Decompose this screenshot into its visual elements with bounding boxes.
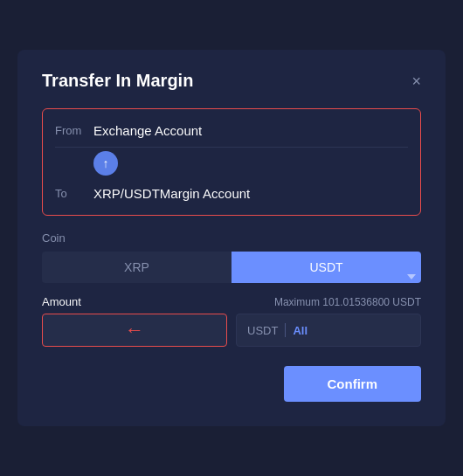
- to-row: To XRP/USDTMargin Account: [55, 179, 408, 206]
- from-account-value: Exchange Account: [93, 123, 202, 138]
- amount-section: Amount Maximum 101.01536800 USDT ← USDT …: [42, 295, 421, 347]
- max-amount-text: Maximum 101.01536800 USDT: [274, 296, 421, 308]
- all-button[interactable]: All: [293, 324, 308, 337]
- coin-label: Coin: [42, 231, 421, 245]
- confirm-button[interactable]: Confirm: [284, 366, 422, 402]
- amount-input-wrap[interactable]: ←: [42, 314, 227, 347]
- coin-tab-xrp[interactable]: XRP: [42, 252, 232, 283]
- amount-inputs: ← USDT All: [42, 314, 421, 347]
- swap-icon-row: ↑: [55, 148, 408, 179]
- to-account-value: XRP/USDTMargin Account: [93, 186, 250, 201]
- modal-header: Transfer In Margin ×: [42, 71, 421, 91]
- divider: [285, 323, 286, 337]
- usdt-label: USDT: [247, 324, 278, 337]
- from-label: From: [55, 124, 83, 137]
- amount-row-top: Amount Maximum 101.01536800 USDT: [42, 295, 421, 308]
- amount-label: Amount: [42, 295, 81, 308]
- transfer-in-margin-modal: Transfer In Margin × From Exchange Accou…: [17, 50, 446, 426]
- swap-icon[interactable]: ↑: [93, 151, 118, 176]
- from-row: From Exchange Account: [55, 118, 408, 148]
- to-label: To: [55, 187, 83, 200]
- red-arrow-icon: ←: [125, 321, 144, 340]
- coin-tabs: XRP USDT: [42, 252, 421, 283]
- modal-title: Transfer In Margin: [42, 71, 193, 91]
- usdt-input-wrap: USDT All: [236, 314, 421, 347]
- close-button[interactable]: ×: [411, 73, 421, 89]
- from-to-section: From Exchange Account ↑ To XRP/USDTMargi…: [42, 108, 421, 216]
- coin-tab-usdt[interactable]: USDT: [232, 252, 421, 283]
- confirm-row: Confirm: [42, 366, 421, 402]
- coin-section: Coin XRP USDT: [42, 231, 421, 283]
- arrow-indicator: ←: [125, 321, 144, 340]
